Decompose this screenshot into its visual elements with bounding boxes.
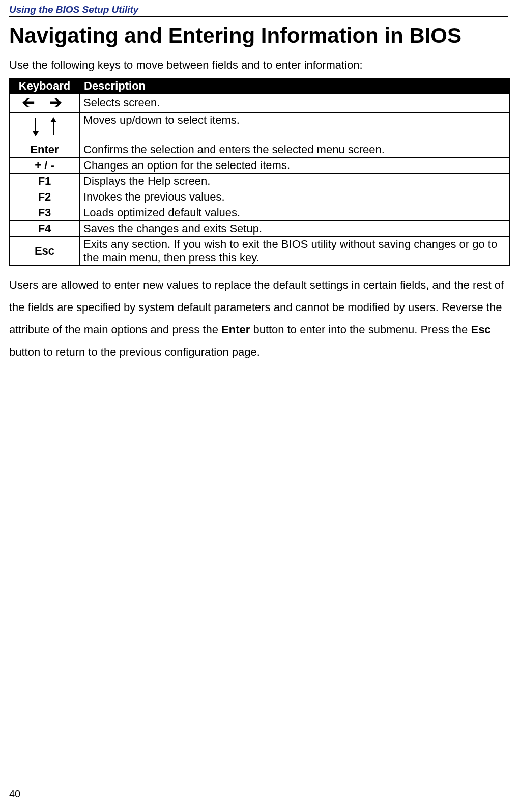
- key-description: Exits any section. If you wish to exit t…: [80, 236, 510, 265]
- key-plus-minus: + / -: [10, 157, 80, 173]
- svg-marker-3: [50, 117, 56, 122]
- body-text-2: button to enter into the submenu. Press …: [250, 323, 471, 336]
- key-up-down-arrows: [10, 112, 80, 142]
- table-row: Moves up/down to select items.: [10, 112, 510, 142]
- table-header-row: Keyboard Description: [10, 78, 510, 94]
- intro-text: Use the following keys to move between f…: [9, 59, 511, 72]
- key-f3: F3: [10, 205, 80, 220]
- up-arrow-icon: [49, 117, 57, 136]
- key-left-right-arrows: 🡨 🡪: [10, 94, 80, 112]
- table-row: Esc Exits any section. If you wish to ex…: [10, 236, 510, 265]
- table-row: 🡨 🡪 Selects screen.: [10, 94, 510, 112]
- page-title: Navigating and Entering Information in B…: [9, 22, 511, 49]
- key-f1: F1: [10, 173, 80, 189]
- body-paragraph: Users are allowed to enter new values to…: [9, 274, 511, 363]
- section-header: Using the BIOS Setup Utility: [9, 4, 511, 16]
- key-description: Confirms the selection and enters the se…: [80, 142, 510, 157]
- key-description: Loads optimized default values.: [80, 205, 510, 220]
- key-enter: Enter: [10, 142, 80, 157]
- enter-bold: Enter: [221, 323, 250, 336]
- table-header-description: Description: [80, 78, 510, 94]
- table-row: + / - Changes an option for the selected…: [10, 157, 510, 173]
- key-description: Moves up/down to select items.: [80, 112, 510, 142]
- key-f2: F2: [10, 189, 80, 205]
- key-description: Invokes the previous values.: [80, 189, 510, 205]
- page-footer: 40: [9, 786, 508, 800]
- left-right-arrow-icon: 🡨 🡪: [22, 95, 67, 110]
- table-row: Enter Confirms the selection and enters …: [10, 142, 510, 157]
- body-text-3: button to return to the previous configu…: [9, 346, 260, 358]
- footer-line: [9, 786, 508, 786]
- table-header-keyboard: Keyboard: [10, 78, 80, 94]
- keyboard-table: Keyboard Description 🡨 🡪 Selects screen.: [9, 78, 510, 266]
- header-underline: [9, 16, 508, 17]
- table-row: F1 Displays the Help screen.: [10, 173, 510, 189]
- esc-bold: Esc: [471, 323, 490, 336]
- table-row: F3 Loads optimized default values.: [10, 205, 510, 220]
- svg-marker-1: [33, 131, 39, 136]
- page-number: 40: [9, 788, 508, 800]
- key-description: Saves the changes and exits Setup.: [80, 220, 510, 236]
- down-arrow-icon: [32, 117, 40, 136]
- key-description: Changes an option for the selected items…: [80, 157, 510, 173]
- key-description: Selects screen.: [80, 94, 510, 112]
- key-description: Displays the Help screen.: [80, 173, 510, 189]
- key-esc: Esc: [10, 236, 80, 265]
- table-row: F4 Saves the changes and exits Setup.: [10, 220, 510, 236]
- table-row: F2 Invokes the previous values.: [10, 189, 510, 205]
- key-f4: F4: [10, 220, 80, 236]
